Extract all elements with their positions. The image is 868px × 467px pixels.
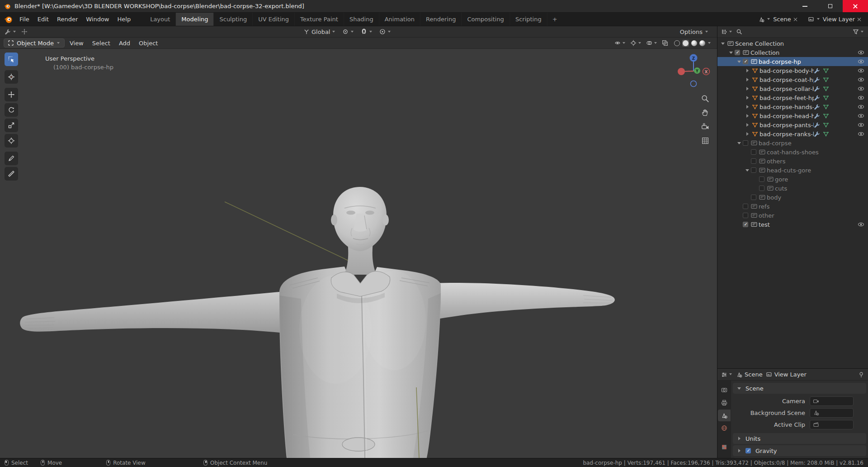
- minimize-button[interactable]: [792, 0, 817, 12]
- viewport-menu-object[interactable]: Object: [135, 38, 161, 48]
- collection-exclude-checkbox[interactable]: [735, 50, 740, 55]
- mesh-data-icon[interactable]: [823, 104, 829, 110]
- tab-output[interactable]: [718, 397, 731, 409]
- tab-render[interactable]: [718, 384, 731, 396]
- mesh-data-icon[interactable]: [823, 67, 829, 74]
- collection-exclude-checkbox[interactable]: [751, 195, 756, 200]
- menu-file[interactable]: File: [15, 14, 33, 25]
- tab-scene[interactable]: [718, 410, 731, 421]
- blender-menu-icon[interactable]: [4, 15, 13, 24]
- measure-tool[interactable]: [5, 167, 18, 181]
- outliner-row-mesh[interactable]: bad-corpse-feet-hp: [717, 93, 868, 102]
- navigation-gizmo[interactable]: Z X Y: [675, 53, 712, 89]
- tool-move-icon[interactable]: [21, 29, 28, 35]
- collection-exclude-checkbox[interactable]: [751, 149, 756, 155]
- search-icon[interactable]: [736, 29, 742, 35]
- mesh-data-icon[interactable]: [823, 113, 829, 119]
- hide-in-viewport-icon[interactable]: [858, 132, 864, 136]
- workspace-tab-scripting[interactable]: Scripting: [510, 13, 547, 26]
- outliner-row-refs[interactable]: refs: [717, 202, 868, 211]
- collection-exclude-checkbox[interactable]: [743, 213, 748, 218]
- xray-toggle[interactable]: [662, 40, 668, 46]
- proportional-editing-toggle[interactable]: [379, 29, 392, 35]
- add-workspace-button[interactable]: +: [547, 13, 562, 26]
- pan-hand-icon[interactable]: [701, 108, 710, 117]
- hide-in-viewport-icon[interactable]: [858, 60, 864, 63]
- mesh-data-icon[interactable]: [823, 131, 829, 137]
- menu-help[interactable]: Help: [113, 14, 135, 25]
- disclosure-triangle-icon[interactable]: [745, 167, 751, 173]
- modifier-wrench-icon[interactable]: [814, 86, 820, 92]
- modifier-wrench-icon[interactable]: [814, 104, 820, 110]
- menu-window[interactable]: Window: [82, 14, 113, 25]
- workspace-tab-animation[interactable]: Animation: [379, 13, 420, 26]
- unlink-scene-icon[interactable]: [793, 17, 798, 22]
- hide-in-viewport-icon[interactable]: [858, 114, 864, 118]
- tab-texture[interactable]: [718, 441, 731, 453]
- mesh-data-icon[interactable]: [823, 86, 829, 92]
- active-clip-field[interactable]: [810, 420, 854, 429]
- collection-exclude-checkbox[interactable]: [759, 176, 764, 182]
- camera-field[interactable]: [810, 396, 854, 406]
- panel-gravity[interactable]: Gravity: [733, 445, 866, 456]
- breadcrumb-view-layer[interactable]: View Layer: [766, 371, 807, 378]
- disclosure-triangle-icon[interactable]: [745, 131, 751, 137]
- breadcrumb-scene[interactable]: Scene: [736, 371, 763, 378]
- active-tool-icon[interactable]: [5, 29, 17, 35]
- outliner-row-coat-hands-shoes[interactable]: coat-hands-shoes: [717, 148, 868, 157]
- mode-dropdown[interactable]: Object Mode: [4, 38, 65, 48]
- outliner-row-other[interactable]: other: [717, 211, 868, 220]
- viewport-menu-view[interactable]: View: [66, 38, 87, 48]
- disclosure-triangle-icon[interactable]: [736, 140, 743, 146]
- tab-world[interactable]: [718, 422, 731, 434]
- hide-in-viewport-icon[interactable]: [858, 123, 864, 127]
- hide-in-viewport-icon[interactable]: [858, 223, 864, 226]
- viewport-menu-add[interactable]: Add: [115, 38, 134, 48]
- hide-in-viewport-icon[interactable]: [858, 105, 864, 109]
- disclosure-triangle-icon[interactable]: [736, 58, 743, 65]
- disclosure-triangle-icon[interactable]: [745, 95, 751, 101]
- outliner-row-mesh[interactable]: bad-corpse-pants-hp: [717, 120, 868, 129]
- modifier-wrench-icon[interactable]: [814, 95, 820, 101]
- hide-in-viewport-icon[interactable]: [858, 69, 864, 72]
- editor-type-dropdown[interactable]: [721, 29, 733, 35]
- orientation-dropdown[interactable]: Global: [303, 29, 336, 35]
- outliner-row-body[interactable]: body: [717, 193, 868, 202]
- transform-tool[interactable]: [5, 134, 18, 148]
- viewport-3d[interactable]: User Perspective (100) bad-corpse-hp: [0, 49, 717, 458]
- mesh-data-icon[interactable]: [823, 122, 829, 128]
- disclosure-triangle-icon[interactable]: [745, 86, 751, 92]
- workspace-tab-modeling[interactable]: Modeling: [176, 13, 214, 26]
- disclosure-triangle-icon[interactable]: [745, 67, 751, 74]
- disclosure-triangle-icon[interactable]: [745, 122, 751, 128]
- panel-units[interactable]: Units: [733, 433, 866, 444]
- outliner-row-test[interactable]: test: [717, 220, 868, 229]
- modifier-wrench-icon[interactable]: [814, 122, 820, 128]
- move-tool[interactable]: [5, 88, 18, 101]
- modifier-wrench-icon[interactable]: [814, 131, 820, 137]
- hide-in-viewport-icon[interactable]: [858, 96, 864, 100]
- disclosure-triangle-icon[interactable]: [745, 113, 751, 119]
- disclosure-triangle-icon[interactable]: [745, 104, 751, 110]
- hide-in-viewport-icon[interactable]: [858, 51, 864, 54]
- collection-exclude-checkbox[interactable]: [743, 140, 748, 146]
- disclosure-triangle-icon[interactable]: [720, 40, 726, 47]
- modifier-wrench-icon[interactable]: [814, 76, 820, 83]
- collection-exclude-checkbox[interactable]: [743, 204, 748, 209]
- shading-wireframe-button[interactable]: [674, 40, 680, 46]
- gravity-checkbox[interactable]: [745, 448, 751, 453]
- menu-render[interactable]: Render: [53, 14, 82, 25]
- pivot-point-dropdown[interactable]: [342, 29, 354, 35]
- annotate-tool[interactable]: [5, 152, 18, 165]
- cursor-tool[interactable]: [5, 70, 18, 84]
- close-button[interactable]: [843, 0, 868, 12]
- workspace-tab-compositing[interactable]: Compositing: [462, 13, 510, 26]
- outliner-row-bad-corpse-hp[interactable]: bad-corpse-hp: [717, 57, 868, 66]
- mesh-data-icon[interactable]: [823, 76, 829, 83]
- collection-exclude-checkbox[interactable]: [751, 158, 756, 164]
- modifier-wrench-icon[interactable]: [814, 67, 820, 74]
- menu-edit[interactable]: Edit: [33, 14, 53, 25]
- outliner-row-collection[interactable]: Collection: [717, 48, 868, 57]
- zoom-icon[interactable]: [701, 94, 710, 103]
- gizmos-dropdown[interactable]: [630, 40, 642, 46]
